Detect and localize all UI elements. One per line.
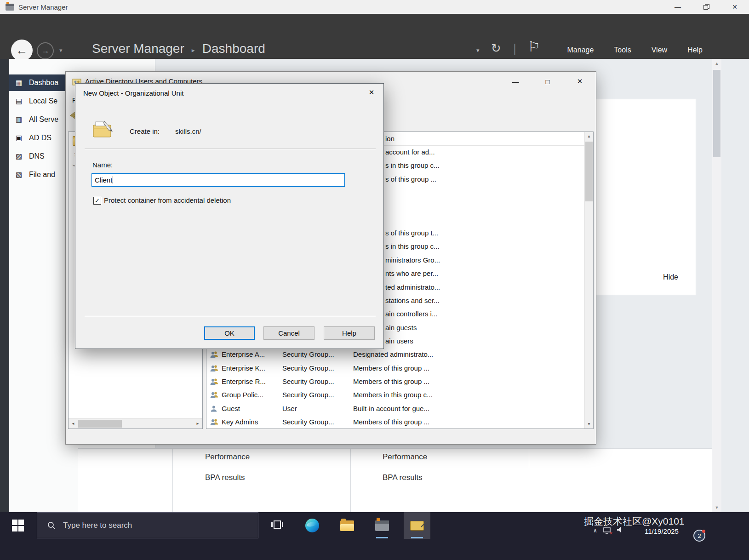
navbar-divider: | xyxy=(513,41,516,56)
forward-button[interactable]: → xyxy=(37,42,54,59)
window-title: Server Manager xyxy=(18,3,68,11)
close-icon: ✕ xyxy=(369,88,375,97)
window-controls: — ✕ xyxy=(663,0,749,14)
taskbar-search[interactable]: Type here to search xyxy=(37,512,258,538)
breadcrumb-dashboard[interactable]: Dashboard xyxy=(202,41,265,56)
list-row[interactable]: GuestUserBuilt-in account for gue... xyxy=(206,402,584,416)
horizontal-scrollbar[interactable]: ◄ ► xyxy=(69,418,202,429)
server-manager-taskbar-icon xyxy=(375,520,389,531)
sidebar-item-label: Local Se xyxy=(29,97,57,105)
dashboard-icon: ▦ xyxy=(16,79,24,87)
notification-badge[interactable]: 2 xyxy=(693,530,705,542)
breadcrumb-server-manager[interactable]: Server Manager xyxy=(92,41,184,56)
aduc-maximize-button[interactable]: □ xyxy=(532,72,564,91)
windows-logo-icon xyxy=(12,520,24,531)
restore-button[interactable] xyxy=(692,0,720,14)
refresh-icon[interactable]: ↻ xyxy=(491,41,501,56)
row-description: s of this group t... xyxy=(385,229,438,237)
windows-start-button[interactable] xyxy=(5,512,31,539)
taskbar-server-manager-button[interactable] xyxy=(369,512,395,539)
search-placeholder: Type here to search xyxy=(63,521,132,530)
screen: Server Manager — ✕ ← → ▾ Server Manager … xyxy=(0,0,749,560)
list-row[interactable]: Key AdminsSecurity Group...Members of th… xyxy=(206,416,584,429)
watermark-text: 掘金技术社区@Xy0101 xyxy=(584,515,685,528)
group-icon xyxy=(210,391,218,400)
network-icon[interactable]: ✕ xyxy=(603,527,611,534)
list-row[interactable]: Enterprise R...Security Group...Members … xyxy=(206,375,584,389)
maximize-icon: □ xyxy=(545,78,549,86)
notifications-flag-icon[interactable]: ⚐ xyxy=(528,39,540,55)
scroll-down-icon[interactable]: ▼ xyxy=(712,503,721,512)
tile-link-performance[interactable]: Performance xyxy=(383,452,427,462)
row-name: Enterprise R... xyxy=(222,377,266,385)
tray-expand-icon[interactable]: ∧ xyxy=(593,527,597,534)
window-scrollbar[interactable]: ▲ ▼ xyxy=(712,59,721,512)
scrollbar-thumb[interactable] xyxy=(78,420,122,428)
group-icon xyxy=(210,418,218,428)
aduc-minimize-button[interactable]: — xyxy=(499,72,532,91)
taskbar-edge-button[interactable] xyxy=(299,512,326,539)
close-button[interactable]: ✕ xyxy=(720,0,749,14)
row-type: Security Group... xyxy=(282,377,334,385)
menu-help[interactable]: Help xyxy=(687,46,703,54)
cancel-button[interactable]: Cancel xyxy=(263,326,314,340)
close-icon: ✕ xyxy=(732,3,738,11)
group-icon xyxy=(210,378,218,387)
create-in-label: Create in: xyxy=(130,127,160,135)
notifications-dropdown[interactable]: ▾ xyxy=(476,47,480,54)
scrollbar-thumb[interactable] xyxy=(585,142,593,201)
scroll-left-icon[interactable]: ◄ xyxy=(69,419,78,429)
local-server-icon: ▤ xyxy=(16,97,24,105)
scroll-down-icon[interactable]: ▼ xyxy=(585,420,593,429)
sidebar-item-label: Dashboa xyxy=(29,79,58,87)
name-input[interactable]: Client xyxy=(91,173,345,187)
scroll-right-icon[interactable]: ► xyxy=(193,419,202,429)
protect-checkbox[interactable]: ✓ xyxy=(93,197,101,205)
tile-link-bpa-results[interactable]: BPA results xyxy=(383,473,427,482)
name-input-value: Client xyxy=(95,176,112,184)
minimize-button[interactable]: — xyxy=(663,0,692,14)
minimize-icon: — xyxy=(512,78,519,86)
dialog-close-button[interactable]: ✕ xyxy=(360,84,383,101)
scroll-up-icon[interactable]: ▲ xyxy=(585,132,593,141)
scrollbar-thumb[interactable] xyxy=(713,70,720,157)
navbar: ← → ▾ Server Manager ▸ Dashboard ▾ ↻ | ⚐… xyxy=(0,14,749,59)
list-row[interactable]: Enterprise K...Security Group...Members … xyxy=(206,362,584,375)
volume-icon[interactable] xyxy=(617,526,624,535)
hide-button[interactable]: Hide xyxy=(660,273,681,282)
task-view-button[interactable] xyxy=(264,512,291,539)
user-icon xyxy=(210,405,217,414)
back-button[interactable]: ← xyxy=(11,40,33,61)
name-label: Name: xyxy=(92,161,113,169)
row-description: s of this group ... xyxy=(385,175,436,183)
list-scrollbar[interactable]: ▲ ▼ xyxy=(584,132,593,429)
clock-date[interactable]: 11/19/2025 xyxy=(645,527,679,535)
file-explorer-icon xyxy=(340,520,354,531)
menu-manage[interactable]: Manage xyxy=(567,46,594,54)
taskbar-explorer-button[interactable] xyxy=(334,512,360,539)
row-name: Group Polic... xyxy=(222,391,263,399)
help-button[interactable]: Help xyxy=(324,326,375,340)
menu-view[interactable]: View xyxy=(652,46,667,54)
history-dropdown[interactable]: ▾ xyxy=(59,47,63,54)
row-description: Members of this group ... xyxy=(353,418,429,426)
dialog-title: New Object - Organizational Unit xyxy=(83,89,183,97)
row-type: Security Group... xyxy=(282,350,334,358)
main-titlebar: Server Manager — ✕ xyxy=(0,0,749,14)
taskbar-active-window-button[interactable] xyxy=(404,512,430,539)
role-tile-links: PerformanceBPA results xyxy=(383,452,427,494)
row-description: Designated administrato... xyxy=(353,350,433,358)
aduc-close-button[interactable]: ✕ xyxy=(564,72,596,91)
tile-link-performance[interactable]: Performance xyxy=(205,452,250,462)
role-tile-links: PerformanceBPA results xyxy=(205,452,250,494)
list-row[interactable]: Group Polic...Security Group...Members i… xyxy=(206,389,584,402)
new-ou-window-icon xyxy=(410,521,424,531)
row-description: ain controllers i... xyxy=(385,310,437,318)
list-row[interactable]: Enterprise A...Security Group...Designat… xyxy=(206,348,584,361)
row-description: s in this group c... xyxy=(385,161,440,169)
tile-link-bpa-results[interactable]: BPA results xyxy=(205,473,250,482)
scroll-up-icon[interactable]: ▲ xyxy=(712,59,721,68)
menu-tools[interactable]: Tools xyxy=(614,46,631,54)
system-tray: ∧ ✕ xyxy=(593,526,624,535)
ok-button[interactable]: OK xyxy=(204,326,255,340)
